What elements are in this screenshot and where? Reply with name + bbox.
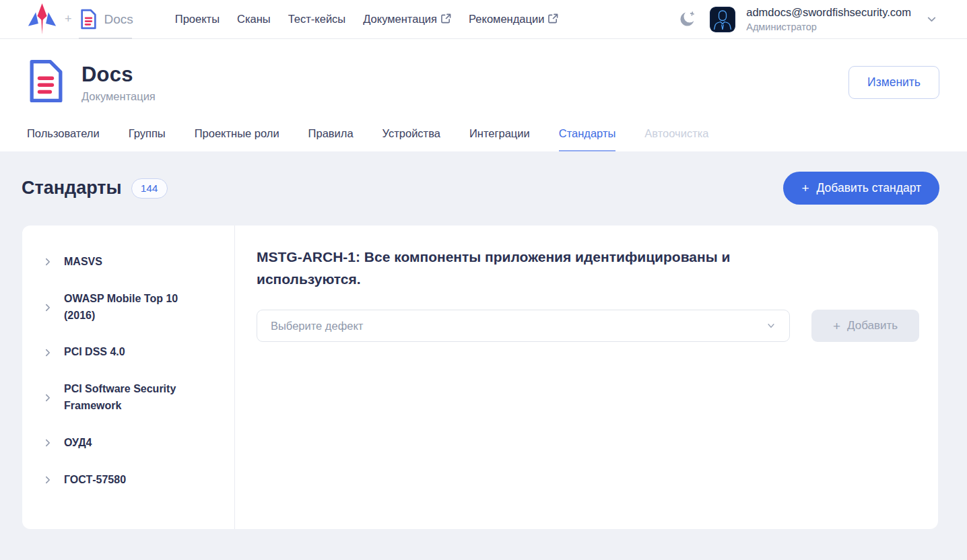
- nav-link[interactable]: Тест-кейсы: [288, 13, 346, 26]
- add-standard-button[interactable]: + Добавить стандарт: [783, 172, 939, 205]
- navbar-right: admdocs@swordfishsecurity.com Администра…: [678, 5, 937, 33]
- product-label: Docs: [104, 12, 133, 27]
- standards-tree: MASVS OWASP Mobile Top 10 (2016): [22, 225, 235, 529]
- add-defect-label: Добавить: [847, 319, 898, 332]
- tab-label: Устройства: [382, 127, 440, 139]
- user-avatar[interactable]: [710, 7, 735, 32]
- defect-row: Выберите дефект + Добавить: [257, 310, 919, 342]
- external-link-icon: [548, 13, 558, 24]
- main-navigation: Проекты Сканы: [175, 13, 559, 26]
- tab[interactable]: Группы: [129, 127, 166, 151]
- standards-count-badge: 144: [131, 178, 168, 199]
- top-navbar: + Docs Проекты: [0, 0, 967, 39]
- defect-select-placeholder: Выберите дефект: [271, 320, 363, 332]
- add-standard-label: Добавить стандарт: [817, 181, 921, 195]
- nav-link[interactable]: Сканы: [237, 13, 271, 26]
- plus-icon: +: [833, 320, 840, 332]
- chevron-right-icon[interactable]: [43, 475, 53, 485]
- standards-tree-item[interactable]: OWASP Mobile Top 10 (2016): [22, 281, 234, 335]
- standards-tree-item[interactable]: ОУД4: [22, 425, 234, 462]
- select-chevron-down-icon: [766, 321, 776, 330]
- user-menu-chevron-down-icon[interactable]: [926, 13, 937, 25]
- standards-tree-item-label: ОУД4: [64, 435, 92, 452]
- external-link-icon: [441, 13, 451, 24]
- defect-select[interactable]: Выберите дефект: [257, 310, 790, 342]
- active-product-underline: [79, 38, 132, 39]
- docs-mini-icon: [79, 9, 98, 30]
- page-header-top: Docs Документация Изменить: [27, 59, 939, 106]
- nav-link-label: Тест-кейсы: [288, 13, 346, 26]
- settings-tabs: Пользователи Группы Проектные роли Прави…: [27, 127, 939, 151]
- chevron-right-icon[interactable]: [43, 393, 53, 403]
- nav-link[interactable]: Рекомендации: [469, 13, 558, 26]
- product-switcher-docs[interactable]: Docs: [79, 9, 133, 30]
- nav-link-label: Документация: [363, 13, 437, 26]
- nav-link[interactable]: Проекты: [175, 13, 220, 26]
- tab[interactable]: Интеграции: [469, 127, 530, 151]
- tab-label: Группы: [129, 127, 166, 139]
- standards-section: Стандарты 144 + Добавить стандарт MASVS: [0, 151, 967, 542]
- tab[interactable]: Правила: [308, 127, 354, 151]
- tab[interactable]: Устройства: [382, 127, 440, 151]
- standards-tree-item-label: PCI Software Security Framework: [64, 381, 189, 415]
- standards-tree-item[interactable]: PCI DSS 4.0: [22, 334, 234, 371]
- standards-section-header: Стандарты 144 + Добавить стандарт: [0, 151, 967, 205]
- chevron-right-icon[interactable]: [43, 348, 53, 357]
- brand-plus-separator: +: [65, 12, 72, 26]
- chevron-right-icon[interactable]: [43, 438, 53, 448]
- page-title: Docs: [81, 63, 156, 87]
- chevron-right-icon[interactable]: [43, 257, 53, 267]
- standards-card: MASVS OWASP Mobile Top 10 (2016): [22, 225, 938, 529]
- standards-tree-item-label: MASVS: [64, 254, 102, 271]
- page-header: Docs Документация Изменить Пользователи …: [0, 39, 967, 151]
- nav-link-label: Сканы: [237, 13, 271, 26]
- add-defect-button[interactable]: + Добавить: [811, 310, 919, 342]
- page-title-block: Docs Документация: [81, 63, 156, 103]
- nav-link-label: Рекомендации: [469, 13, 544, 26]
- tab[interactable]: Автоочистка: [644, 127, 708, 151]
- tab-label: Интеграции: [469, 127, 530, 139]
- brand: + Docs: [27, 3, 133, 36]
- plus-icon: +: [801, 182, 809, 195]
- chevron-right-icon[interactable]: [43, 303, 53, 312]
- standards-tree-item[interactable]: MASVS: [22, 244, 234, 281]
- swordfish-logo-icon[interactable]: [27, 3, 57, 36]
- edit-button[interactable]: Изменить: [848, 66, 939, 99]
- dark-mode-toggle-moon-icon[interactable]: [678, 10, 696, 28]
- tab[interactable]: Пользователи: [27, 127, 100, 151]
- tab-label: Пользователи: [27, 127, 100, 139]
- user-meta[interactable]: admdocs@swordfishsecurity.com Администра…: [746, 5, 911, 33]
- tab-label: Проектные роли: [195, 127, 279, 139]
- standards-tree-item[interactable]: ГОСТ-57580: [22, 462, 234, 499]
- requirement-heading: MSTG-ARCH-1: Все компоненты приложения и…: [257, 246, 795, 290]
- tab-label: Правила: [308, 127, 354, 139]
- standards-tree-item[interactable]: PCI Software Security Framework: [22, 371, 234, 425]
- user-role: Администратор: [746, 21, 911, 33]
- standards-title: Стандарты: [22, 178, 122, 199]
- standard-detail: MSTG-ARCH-1: Все компоненты приложения и…: [235, 225, 938, 529]
- nav-link-label: Проекты: [175, 13, 220, 26]
- standards-tree-item-label: PCI DSS 4.0: [64, 344, 125, 361]
- standards-tree-item-label: ГОСТ-57580: [64, 472, 126, 489]
- nav-link[interactable]: Документация: [363, 13, 451, 26]
- user-email: admdocs@swordfishsecurity.com: [746, 5, 911, 20]
- docs-app-icon: [27, 59, 65, 106]
- tab-label: Стандарты: [559, 127, 616, 139]
- page-subtitle: Документация: [81, 90, 156, 103]
- tab[interactable]: Проектные роли: [195, 127, 279, 151]
- tab-label: Автоочистка: [644, 127, 708, 139]
- standards-tree-item-label: OWASP Mobile Top 10 (2016): [64, 291, 189, 324]
- tab[interactable]: Стандарты: [559, 127, 616, 151]
